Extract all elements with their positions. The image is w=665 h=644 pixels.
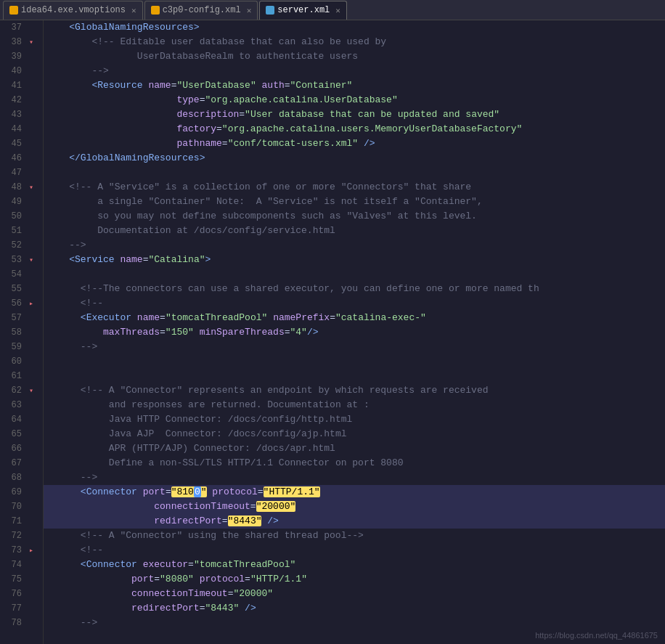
gutter-row-73: 73▸: [0, 543, 43, 558]
fold-icon-48[interactable]: ▾: [26, 182, 36, 192]
line-number-76: 76: [0, 589, 26, 599]
line-number-51: 51: [0, 226, 26, 236]
code-line-71: redirectPort="8443" />: [44, 514, 665, 529]
gutter-row-52: 52: [0, 238, 43, 253]
tab-icon-c3p0: [151, 6, 160, 15]
line-number-64: 64: [0, 415, 26, 425]
gutter-row-68: 68: [0, 470, 43, 485]
code-line-43: description="User database that can be u…: [44, 107, 665, 122]
fold-icon-66: [26, 444, 36, 454]
gutter-row-39: 39: [0, 49, 43, 64]
line-number-54: 54: [0, 269, 26, 280]
tab-c3p0[interactable]: c3p0-config.xml ✕: [144, 1, 258, 20]
code-content-58: maxThreads="150" minSpareThreads="4"/>: [44, 325, 319, 340]
code-content-59: -->: [44, 340, 97, 354]
code-content-69: <Connector port="8100" protocol="HTTP/1.…: [44, 485, 320, 500]
fold-icon-37: [26, 23, 36, 33]
gutter-row-65: 65: [0, 427, 43, 441]
fold-icon-77: [26, 603, 36, 614]
code-line-53: <Service name="Catalina">: [44, 253, 665, 267]
line-number-61: 61: [0, 371, 26, 381]
fold-icon-60: [26, 356, 36, 367]
tab-server[interactable]: server.xml ✕: [259, 1, 347, 20]
gutter-row-76: 76: [0, 587, 43, 601]
line-number-77: 77: [0, 603, 26, 614]
code-content-39: UserDatabaseRealm to authenticate users: [44, 49, 358, 64]
gutter-row-62: 62▾: [0, 383, 43, 398]
code-line-70: connectionTimeout="20000": [44, 500, 665, 514]
fold-icon-61: [26, 371, 36, 381]
code-line-46: </GlobalNamingResources>: [44, 151, 665, 166]
line-number-41: 41: [0, 81, 26, 91]
code-content-67: Define a non-SSL/TLS HTTP/1.1 Connector …: [44, 456, 404, 470]
gutter-row-77: 77: [0, 601, 43, 616]
code-line-78: -->: [44, 616, 665, 630]
line-number-55: 55: [0, 284, 26, 294]
gutter-row-48: 48▾: [0, 180, 43, 195]
code-line-63: and responses are returned. Documentatio…: [44, 398, 665, 412]
code-content-37: <GlobalNamingResources>: [44, 20, 200, 35]
fold-icon-64: [26, 415, 36, 425]
code-area[interactable]: <GlobalNamingResources> <!-- Editable us…: [44, 20, 665, 644]
line-number-63: 63: [0, 400, 26, 410]
code-line-57: <Executor name="tomcatThreadPool" namePr…: [44, 311, 665, 325]
fold-icon-44: [26, 124, 36, 134]
code-content-38: <!-- Editable user database that can als…: [44, 35, 386, 49]
code-line-65: Java AJP Connector: /docs/config/ajp.htm…: [44, 427, 665, 441]
fold-icon-53[interactable]: ▾: [26, 255, 36, 265]
code-line-72: <!-- A "Connector" using the shared thre…: [44, 529, 665, 543]
line-number-68: 68: [0, 473, 26, 483]
gutter-row-46: 46: [0, 151, 43, 166]
gutter-row-57: 57: [0, 311, 43, 325]
code-line-58: maxThreads="150" minSpareThreads="4"/>: [44, 325, 665, 340]
fold-icon-69: [26, 487, 36, 497]
gutter-row-55: 55: [0, 282, 43, 296]
gutter-row-69: 69: [0, 485, 43, 500]
tab-close-server[interactable]: ✕: [335, 6, 340, 15]
line-number-59: 59: [0, 342, 26, 352]
code-content-42: type="org.apache.catalina.UserDatabase": [44, 93, 398, 107]
fold-icon-76: [26, 589, 36, 599]
fold-icon-41: [26, 81, 36, 91]
line-number-66: 66: [0, 444, 26, 454]
line-number-53: 53: [0, 255, 26, 265]
code-line-76: connectionTimeout="20000": [44, 587, 665, 601]
tab-idea64[interactable]: idea64.exe.vmoptions ✕: [3, 1, 143, 20]
fold-icon-49: [26, 197, 36, 207]
code-line-49: a single "Container" Note: A "Service" i…: [44, 195, 665, 209]
line-number-43: 43: [0, 110, 26, 120]
code-lines: <GlobalNamingResources> <!-- Editable us…: [44, 20, 665, 630]
code-line-54: [44, 267, 665, 282]
gutter-row-58: 58: [0, 325, 43, 340]
fold-icon-62[interactable]: ▾: [26, 386, 36, 396]
gutter-row-45: 45: [0, 136, 43, 151]
fold-icon-68: [26, 473, 36, 483]
line-number-75: 75: [0, 574, 26, 584]
tab-close-idea64[interactable]: ✕: [131, 6, 136, 15]
tab-close-c3p0[interactable]: ✕: [247, 6, 252, 15]
fold-icon-47: [26, 168, 36, 178]
line-number-45: 45: [0, 139, 26, 149]
code-line-47: [44, 166, 665, 180]
fold-icon-75: [26, 574, 36, 584]
code-content-76: connectionTimeout="20000": [44, 587, 273, 601]
gutter-row-78: 78: [0, 616, 43, 630]
code-line-55: <!--The connectors can use a shared exec…: [44, 282, 665, 296]
code-content-62: <!-- A "Connector" represents an endpoin…: [44, 383, 489, 398]
code-content-56: <!--: [44, 296, 103, 311]
line-number-67: 67: [0, 458, 26, 468]
fold-icon-46: [26, 153, 36, 163]
gutter-row-71: 71: [0, 514, 43, 529]
fold-icon-72: [26, 531, 36, 541]
code-content-74: <Connector executor="tomcatThreadPool": [44, 558, 295, 572]
code-content-64: Java HTTP Connector: /docs/config/http.h…: [44, 412, 352, 427]
code-line-61: [44, 369, 665, 383]
line-number-38: 38: [0, 37, 26, 47]
code-content-68: -->: [44, 470, 97, 485]
fold-icon-73[interactable]: ▸: [26, 545, 36, 555]
fold-icon-45: [26, 139, 36, 149]
fold-icon-56[interactable]: ▸: [26, 298, 36, 309]
code-content-40: -->: [44, 64, 109, 78]
fold-icon-38[interactable]: ▾: [26, 37, 36, 47]
fold-icon-59: [26, 342, 36, 352]
